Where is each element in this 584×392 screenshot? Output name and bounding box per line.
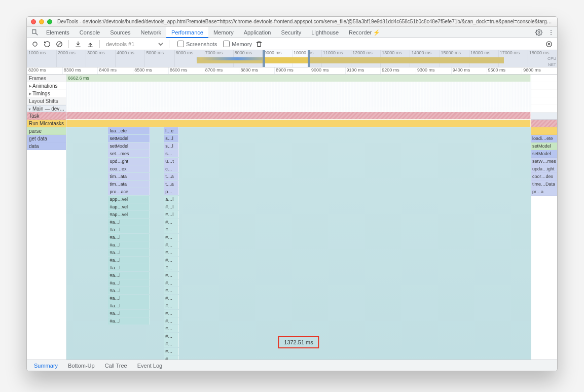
garbage-collect-button[interactable] bbox=[254, 39, 264, 49]
flame-c1-4[interactable]: upd…ght bbox=[108, 158, 150, 165]
flame-c1-3[interactable]: set…mes bbox=[108, 150, 150, 157]
track-timings[interactable]: Timings bbox=[27, 90, 66, 97]
flame-c2-7[interactable]: t…a bbox=[164, 181, 178, 188]
memory-checkbox[interactable]: Memory bbox=[223, 41, 252, 47]
btab-call-tree[interactable]: Call Tree bbox=[100, 360, 132, 371]
overview-timeline[interactable]: 1000 ms2000 ms3000 ms4000 ms5000 ms6000 … bbox=[27, 50, 557, 67]
flame-c1-15[interactable]: #a…l bbox=[108, 241, 150, 248]
record-button[interactable] bbox=[30, 39, 40, 49]
flame-c2-28[interactable]: #… bbox=[164, 340, 178, 347]
tab-performance[interactable]: Performance bbox=[166, 27, 208, 38]
flame-c1-21[interactable]: #a…l bbox=[108, 287, 150, 294]
flame-c2-14[interactable]: #… bbox=[164, 234, 178, 241]
flame-c2-11[interactable]: #…l bbox=[164, 211, 178, 218]
flame-c1-17[interactable]: #a…l bbox=[108, 257, 150, 264]
flame-c2-15[interactable]: #… bbox=[164, 241, 178, 248]
save-profile-button[interactable] bbox=[85, 39, 95, 49]
zoom-window-button[interactable] bbox=[47, 19, 52, 24]
flame-c2-17[interactable]: #… bbox=[164, 257, 178, 264]
flame-right-micro[interactable] bbox=[531, 127, 557, 135]
flame-c1-0[interactable]: loa…ete bbox=[108, 127, 150, 134]
flame-c2-23[interactable]: #… bbox=[164, 302, 178, 309]
flame-c2-26[interactable]: #… bbox=[164, 325, 178, 332]
more-menu-icon[interactable] bbox=[545, 27, 557, 38]
memory-checkbox-input[interactable] bbox=[223, 41, 230, 47]
reload-record-button[interactable] bbox=[42, 39, 52, 49]
close-window-button[interactable] bbox=[31, 19, 36, 24]
flame-c2-1[interactable]: s…l bbox=[164, 135, 178, 142]
flame-c1-24[interactable]: #a…l bbox=[108, 310, 150, 317]
flame-c2-10[interactable]: #…l bbox=[164, 203, 178, 210]
flame-c1-6[interactable]: tim…ata bbox=[108, 173, 150, 180]
flame-c2-22[interactable]: #… bbox=[164, 295, 178, 302]
load-profile-button[interactable] bbox=[73, 39, 83, 49]
btab-bottom-up[interactable]: Bottom-Up bbox=[63, 360, 100, 371]
tab-network[interactable]: Network bbox=[136, 27, 166, 38]
flame-c2-21[interactable]: #… bbox=[164, 287, 178, 294]
flame-c1-19[interactable]: #a…l bbox=[108, 272, 150, 279]
flame-right-6[interactable]: time…Data bbox=[531, 181, 557, 188]
flame-c2-5[interactable]: c… bbox=[164, 165, 178, 172]
track-frames[interactable]: Frames bbox=[27, 75, 66, 82]
flame-c2-30[interactable]: #… bbox=[164, 355, 178, 360]
flame-c1-18[interactable]: #a…l bbox=[108, 264, 150, 271]
tab-memory[interactable]: Memory bbox=[208, 27, 239, 38]
track-main-header[interactable]: ▼Main — devtools://devtools/bundled/devt… bbox=[27, 105, 66, 112]
screenshots-checkbox-input[interactable] bbox=[177, 41, 184, 47]
flame-c2-6[interactable]: t…a bbox=[164, 173, 178, 180]
flame-c2-24[interactable]: #… bbox=[164, 310, 178, 317]
flame-right-1[interactable]: setModel bbox=[531, 142, 557, 150]
flame-c1-7[interactable]: tim…ata bbox=[108, 181, 150, 188]
flame-c2-2[interactable]: s…l bbox=[164, 142, 178, 150]
flame-c1-13[interactable]: #a…l bbox=[108, 226, 150, 233]
flame-c1-5[interactable]: coo…ex bbox=[108, 165, 150, 172]
tab-sources[interactable]: Sources bbox=[105, 27, 135, 38]
tab-elements[interactable]: Elements bbox=[41, 27, 75, 38]
flame-c2-4[interactable]: u…t bbox=[164, 158, 178, 165]
flame-c2-25[interactable]: #… bbox=[164, 317, 178, 325]
btab-event-log[interactable]: Event Log bbox=[132, 360, 168, 371]
flame-right-2[interactable]: setModel bbox=[531, 150, 557, 158]
flame-c2-27[interactable]: #… bbox=[164, 333, 178, 340]
flamechart-main[interactable]: 6662.6 msloa…etesetModelsetModelset…mesu… bbox=[66, 75, 531, 360]
flame-left-task[interactable]: Task bbox=[27, 112, 66, 120]
inspect-element-icon[interactable] bbox=[29, 27, 41, 38]
settings-icon[interactable] bbox=[533, 27, 545, 38]
flame-c2-29[interactable]: #… bbox=[164, 348, 178, 355]
flame-left-parse[interactable]: parse bbox=[27, 127, 66, 135]
capture-settings-icon[interactable] bbox=[544, 39, 554, 49]
flame-c1-12[interactable]: #a…l bbox=[108, 219, 150, 226]
flame-c1-11[interactable]: #ap…vel bbox=[108, 211, 150, 218]
track-animations[interactable]: Animations bbox=[27, 82, 66, 90]
flame-frames[interactable]: 6662.6 ms bbox=[66, 75, 531, 82]
flame-c1-22[interactable]: #a…l bbox=[108, 295, 150, 302]
tab-lighthouse[interactable]: Lighthouse bbox=[306, 27, 344, 38]
overview-handle-right[interactable] bbox=[308, 50, 310, 67]
flame-c2-18[interactable]: #… bbox=[164, 264, 178, 271]
flame-left-microtasks[interactable]: Run Microtasks bbox=[27, 120, 66, 127]
flame-right-3[interactable]: setW…mes bbox=[531, 158, 557, 165]
flame-c2-16[interactable]: #… bbox=[164, 249, 178, 256]
flame-c1-16[interactable]: #a…l bbox=[108, 249, 150, 256]
tab-recorder[interactable]: Recorder ⚡ bbox=[344, 27, 385, 38]
flame-right-5[interactable]: coor…dex bbox=[531, 173, 557, 181]
flame-task[interactable] bbox=[66, 112, 531, 119]
flame-right-task[interactable] bbox=[531, 120, 557, 127]
minimize-window-button[interactable] bbox=[39, 19, 44, 24]
flame-c2-0[interactable]: l…e bbox=[164, 127, 178, 134]
flame-c1-20[interactable]: #a…l bbox=[108, 279, 150, 287]
flamechart-area[interactable]: FramesAnimationsTimingsLayout Shifts▼Mai… bbox=[27, 75, 557, 360]
flame-c1-25[interactable]: #a…l bbox=[108, 317, 150, 325]
flame-right-7[interactable]: pr…a bbox=[531, 188, 557, 196]
track-layout-shifts[interactable]: Layout Shifts bbox=[27, 97, 66, 105]
flame-c1-2[interactable]: setModel bbox=[108, 142, 150, 150]
flame-c2-9[interactable]: a…l bbox=[164, 196, 178, 203]
flame-left-get data[interactable]: get data bbox=[27, 135, 66, 142]
flame-microtasks[interactable] bbox=[66, 120, 531, 127]
flame-c2-19[interactable]: #… bbox=[164, 272, 178, 279]
flame-right-0[interactable]: loadi…ete bbox=[531, 135, 557, 142]
flame-c1-1[interactable]: setModel bbox=[108, 135, 150, 142]
profile-select[interactable]: devtools #1 bbox=[104, 41, 165, 48]
detail-ruler[interactable]: 8200 ms8300 ms8400 ms8500 ms8600 ms8700 … bbox=[27, 67, 557, 75]
flame-left-data[interactable]: data bbox=[27, 142, 66, 150]
